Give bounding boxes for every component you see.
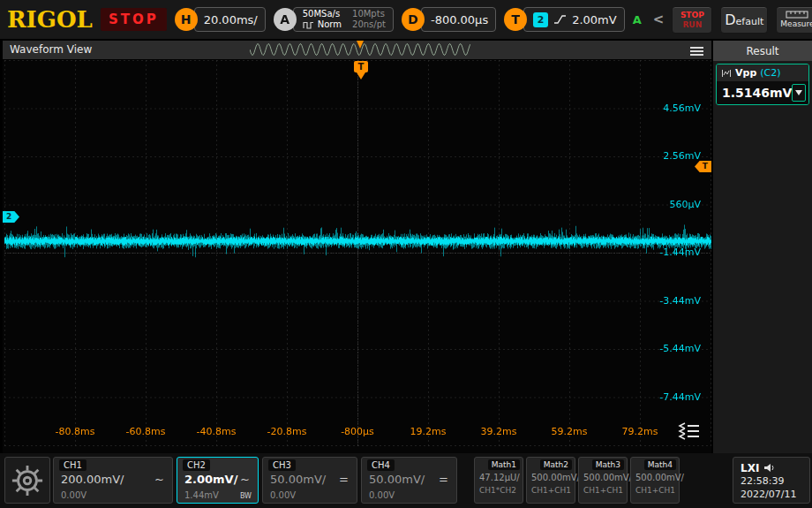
math2-box[interactable]: Math2 500.00mV/ CH1+CH1: [526, 457, 575, 504]
voltage-label: 560µV: [669, 199, 701, 210]
sample-rate: 50MSa/s: [303, 9, 342, 19]
trigger-position-marker[interactable]: T: [354, 61, 368, 80]
default-button[interactable]: Default: [720, 6, 768, 34]
channel2-offset: 1.44mV: [184, 490, 219, 500]
channel3-tab: CH3: [268, 459, 296, 471]
speaker-icon: [763, 463, 775, 473]
channel2-scale: 2.00mV/: [184, 473, 237, 486]
gear-icon: [11, 464, 44, 497]
acquisition-knob[interactable]: A: [274, 8, 297, 31]
horizontal-scale-box[interactable]: 20.00ms/: [194, 7, 266, 32]
voltage-label: -3.44mV: [659, 295, 701, 307]
trigger-knob[interactable]: T: [504, 8, 527, 31]
voltage-label: 2.56mV: [663, 150, 701, 162]
delay-knob[interactable]: D: [402, 8, 425, 31]
channel4-tab: CH4: [367, 459, 395, 471]
trigger-status: A: [633, 13, 642, 27]
channel4-box[interactable]: CH4 50.00mV/ = 0.00V: [361, 457, 457, 504]
trigger-position-tip-icon: [357, 72, 365, 80]
lxi-status-box[interactable]: LXI 22:58:39 2022/07/11: [733, 457, 810, 504]
channel1-box[interactable]: CH1 200.00mV/ ~ 0.00V: [53, 457, 173, 504]
math1-box[interactable]: Math1 47.12µU/ CH1*CH2: [474, 457, 523, 504]
math3-box[interactable]: Math3 500.00mV/ CH1+CH1: [578, 457, 628, 504]
time-resolution: 20ns/pt: [352, 19, 386, 30]
measurement-value-row: 1.5146mV: [717, 81, 808, 104]
math2-tab: Math2: [540, 459, 572, 470]
measurement-header: Vpp (C2): [717, 64, 808, 81]
channel2-tab: CH2: [183, 459, 210, 471]
measurement-name: Vpp: [735, 67, 756, 79]
channel1-offset: 0.00V: [61, 490, 86, 500]
time-label: 59.2ms: [552, 426, 588, 437]
channel3-box[interactable]: CH3 50.00mV/ = 0.00V: [262, 457, 357, 504]
menu-icon[interactable]: [690, 45, 703, 57]
ac-coupling-icon: ~: [240, 473, 250, 486]
dc-coupling-icon: =: [339, 473, 349, 486]
result-panel: Result Vpp (C2) 1.5146mV: [713, 41, 812, 453]
clock-date: 2022/07/11: [741, 488, 802, 501]
waveform-grid: T 2 T 4.56mV2.56mV560µV-1.44mV-3.44mV-5.…: [3, 60, 711, 454]
chevron-down-icon: [795, 90, 802, 95]
rigol-logo: RIGOL: [7, 0, 93, 39]
chevron-left-icon[interactable]: <: [653, 11, 665, 27]
horizontal-group: H 20.00ms/: [175, 7, 266, 32]
bandwidth-limit-badge: BW: [240, 492, 252, 500]
stop-run-button[interactable]: STOP RUN: [672, 6, 712, 34]
trigger-box[interactable]: 2 2.00mV: [523, 7, 625, 32]
memory-depth: 10Mpts: [352, 9, 386, 19]
channel2-box[interactable]: CH2 2.00mV/ ~ 1.44mV BW: [177, 457, 259, 504]
time-label: -80.8ms: [56, 426, 95, 437]
run-label: RUN: [682, 20, 702, 29]
math4-tab: Math4: [644, 459, 676, 470]
time-label: -20.8ms: [267, 426, 307, 437]
memory-preview[interactable]: [250, 42, 470, 57]
math1-scale: 47.12µU/: [479, 473, 520, 482]
dc-coupling-icon: =: [439, 473, 448, 486]
trigger-position-flag: T: [354, 61, 368, 72]
top-buttons: STOP RUN Default Measure Flex Knob: [672, 6, 812, 34]
acquire-mode: Norm: [318, 19, 342, 30]
time-label: -60.8ms: [126, 426, 166, 437]
expand-results-icon[interactable]: [678, 422, 701, 444]
time-label: -800µs: [341, 426, 374, 437]
trigger-level-value: 2.00mV: [572, 13, 617, 27]
settings-button[interactable]: [4, 457, 50, 504]
delay-box[interactable]: -800.00µs: [421, 7, 496, 32]
channel3-scale: 50.00mV/: [270, 473, 326, 486]
voltage-label: -1.44mV: [659, 246, 701, 258]
acquisition-group: A 50MSa/s 10Mpts Norm 20ns/pt: [274, 7, 394, 32]
math3-tab: Math3: [592, 459, 624, 470]
channel4-scale: 50.00mV/: [369, 473, 425, 486]
bottom-bar: CH1 200.00mV/ ~ 0.00V CH2 2.00mV/ ~ 1.44…: [0, 453, 812, 508]
voltage-label: 4.56mV: [663, 102, 701, 114]
math3-scale: 500.00mV/: [583, 473, 632, 482]
measure-label: Measure: [780, 19, 812, 28]
measurement-card[interactable]: Vpp (C2) 1.5146mV: [716, 64, 809, 105]
channel3-offset: 0.00V: [270, 490, 296, 500]
clock-time: 22:58:39: [741, 474, 802, 488]
horizontal-knob[interactable]: H: [175, 8, 198, 31]
delay-value: -800.00µs: [431, 13, 488, 27]
result-panel-title: Result: [713, 41, 812, 61]
math1-tab: Math1: [488, 459, 520, 470]
math4-box[interactable]: Math4 500.00mV/ CH1+CH1: [630, 457, 680, 504]
math2-expression: CH1+CH1: [531, 486, 571, 495]
measurement-dropdown-button[interactable]: [792, 84, 806, 102]
measurement-source: (C2): [760, 67, 780, 79]
trigger-group: T 2 2.00mV: [504, 7, 625, 32]
acquisition-box[interactable]: 50MSa/s 10Mpts Norm 20ns/pt: [293, 7, 394, 32]
measure-button[interactable]: Measure: [776, 6, 812, 34]
run-state-badge[interactable]: STOP: [101, 8, 167, 31]
time-label: 79.2ms: [622, 426, 658, 437]
stop-label: STOP: [680, 11, 704, 19]
ac-coupling-icon: ~: [154, 473, 164, 486]
math1-expression: CH1*CH2: [479, 486, 516, 495]
time-label: 39.2ms: [481, 426, 517, 437]
top-bar: RIGOL STOP H 20.00ms/ A 50MSa/s 10Mpts N…: [0, 0, 812, 39]
math3-expression: CH1+CH1: [583, 486, 623, 495]
oscilloscope-screen: RIGOL STOP H 20.00ms/ A 50MSa/s 10Mpts N…: [0, 0, 812, 508]
preview-trigger-pointer-icon[interactable]: [357, 41, 364, 49]
channel1-scale: 200.00mV/: [61, 473, 124, 486]
voltage-label: -7.44mV: [659, 391, 701, 403]
time-label: 19.2ms: [410, 426, 447, 437]
